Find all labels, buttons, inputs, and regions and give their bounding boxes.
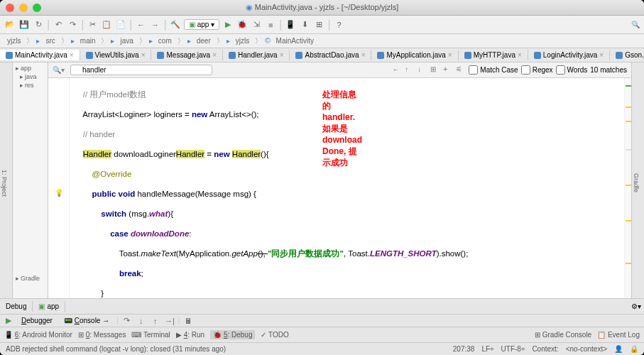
- next-match-icon[interactable]: ↑: [405, 65, 415, 75]
- structure-icon[interactable]: ⊞: [313, 19, 324, 31]
- tw-gradle-console[interactable]: ⊞ Gradle Console: [535, 331, 591, 339]
- breadcrumb-seg[interactable]: java: [117, 36, 136, 45]
- next-match-icon[interactable]: ↓: [417, 65, 427, 75]
- tab-abstractdao[interactable]: AbstractDao.java×: [290, 50, 371, 60]
- resume-icon[interactable]: ▶: [3, 315, 14, 327]
- project-node[interactable]: ▸ java: [14, 72, 46, 81]
- step-over-icon[interactable]: ↷: [121, 315, 133, 327]
- run-config-selector[interactable]: ▣app▾: [184, 19, 220, 30]
- match-count: 10 matches: [590, 66, 627, 74]
- inspection-icon[interactable]: 👤: [614, 345, 623, 353]
- project-node[interactable]: ▸ Gradle: [14, 274, 46, 283]
- words-checkbox[interactable]: Words: [556, 65, 588, 75]
- tab-myhttp[interactable]: MyHTTP.java×: [459, 50, 528, 60]
- stop-icon[interactable]: ■: [265, 19, 276, 31]
- minimize-button[interactable]: [19, 4, 28, 12]
- avd-icon[interactable]: 📱: [285, 19, 296, 31]
- help-icon[interactable]: ?: [334, 19, 345, 31]
- breadcrumb-seg[interactable]: deer: [194, 36, 214, 45]
- annotation: 的: [322, 101, 331, 111]
- tw-event-log[interactable]: 📋 Event Log: [597, 331, 640, 339]
- debug-icon[interactable]: 🐞: [236, 19, 248, 31]
- project-panel: ▸ app ▸ java ▸ res ▸ Gradle: [13, 62, 48, 298]
- tab-handler[interactable]: Handler.java×: [223, 50, 290, 60]
- gutter[interactable]: 💡: [48, 78, 70, 298]
- add-selection-icon[interactable]: +: [443, 65, 453, 75]
- match-case-checkbox[interactable]: Match Case: [469, 65, 518, 75]
- undo-icon[interactable]: ↶: [53, 19, 64, 31]
- annotation: 如果是: [322, 124, 348, 133]
- project-root[interactable]: ▸ app: [14, 64, 46, 72]
- close-button[interactable]: [6, 4, 14, 12]
- copy-icon[interactable]: 📋: [101, 19, 112, 31]
- tab-gson[interactable]: Gson.java×: [610, 50, 644, 60]
- maximize-button[interactable]: [33, 4, 41, 12]
- annotation: 处理信息: [322, 89, 356, 99]
- step-out-icon[interactable]: ↑: [150, 315, 161, 327]
- tab-mainactivity[interactable]: MainActivity.java×: [0, 50, 80, 60]
- save-icon[interactable]: 💾: [18, 19, 30, 31]
- code-area: 💡 // 用户model数组 ArrayList<Loginer> logine…: [48, 78, 631, 298]
- toolwindow-project[interactable]: 1: Project: [0, 167, 9, 200]
- back-icon[interactable]: ←: [135, 19, 146, 31]
- tab-loginactivity[interactable]: LoginActivity.java×: [528, 50, 610, 60]
- run-icon[interactable]: ▶: [222, 19, 234, 31]
- breadcrumb-bar: yjzls〉 ▸src〉 ▸main〉 ▸java〉 ▸com〉 ▸deer〉 …: [0, 34, 644, 48]
- breadcrumb-seg[interactable]: MainActivity: [273, 36, 317, 45]
- tw-debug[interactable]: 🐞 5: Debug: [210, 330, 255, 339]
- run-to-cursor-icon[interactable]: →|: [164, 315, 175, 327]
- tw-messages[interactable]: ⊞ 0: Messages: [78, 331, 126, 339]
- context-label: Context:: [532, 345, 558, 353]
- breadcrumb-seg[interactable]: main: [77, 36, 99, 45]
- forward-icon[interactable]: →: [149, 19, 160, 31]
- breadcrumb-seg[interactable]: yjzls: [233, 36, 252, 45]
- tw-terminal[interactable]: ⌨ Terminal: [131, 331, 170, 339]
- code-editor[interactable]: // 用户model数组 ArrayList<Loginer> loginers…: [70, 78, 624, 298]
- right-toolwindow-bar: Gradle Android Model: [631, 62, 644, 298]
- sdk-icon[interactable]: ⬇: [299, 19, 310, 31]
- project-node[interactable]: ▸ res: [14, 81, 46, 89]
- tw-run[interactable]: ▶ 4: Run: [176, 331, 204, 339]
- attach-icon[interactable]: ⇲: [251, 19, 262, 31]
- open-icon[interactable]: 📂: [4, 19, 16, 31]
- tw-todo[interactable]: ✓ TODO: [261, 331, 288, 339]
- debug-header: Debug ▣app ⚙▾: [0, 298, 644, 314]
- redo-icon[interactable]: ↷: [67, 19, 78, 31]
- debug-label: Debug: [0, 301, 33, 312]
- step-into-icon[interactable]: ↓: [136, 315, 147, 327]
- paste-icon[interactable]: 📄: [115, 19, 126, 31]
- file-encoding[interactable]: UTF-8÷: [501, 345, 525, 353]
- settings-icon[interactable]: ⚙▾: [628, 302, 644, 310]
- evaluate-icon[interactable]: 🖩: [182, 315, 194, 327]
- error-stripe[interactable]: [624, 78, 631, 298]
- intention-bulb-icon[interactable]: 💡: [55, 189, 63, 197]
- debug-session[interactable]: ▣app: [33, 301, 65, 312]
- console-tab[interactable]: 📟 Console →: [60, 316, 114, 325]
- line-separator[interactable]: LF÷: [481, 345, 493, 353]
- ide-window: ◉ MainActivity.java - yjzls - [~/Desktop…: [0, 0, 644, 355]
- context-value[interactable]: <no-context>: [566, 345, 607, 353]
- breadcrumb-seg[interactable]: yjzls: [4, 36, 23, 45]
- regex-checkbox[interactable]: Regex: [521, 65, 553, 75]
- tab-viewutils[interactable]: ViewUtils.java×: [80, 50, 152, 60]
- find-input[interactable]: [70, 65, 212, 75]
- tab-message[interactable]: Message.java×: [151, 50, 223, 60]
- breadcrumb-seg[interactable]: src: [43, 36, 58, 45]
- sync-icon[interactable]: ↻: [33, 19, 44, 31]
- build-icon[interactable]: 🔨: [170, 19, 181, 31]
- lock-icon[interactable]: 🔒: [630, 345, 638, 353]
- tw-android[interactable]: 📱 6: Android Monitor: [4, 331, 72, 339]
- cut-icon[interactable]: ✂: [87, 19, 98, 31]
- tab-myapplication[interactable]: MyApplication.java×: [371, 50, 458, 60]
- annotation: download: [322, 135, 362, 145]
- annotation: 示成功: [322, 158, 348, 168]
- cursor-position[interactable]: 207:38: [453, 345, 475, 353]
- debugger-tab[interactable]: DDebuggerebugger: [17, 316, 57, 325]
- breadcrumb-seg[interactable]: com: [155, 36, 175, 45]
- toolwindow-gradle[interactable]: Gradle: [632, 170, 640, 195]
- window-title: ◉ MainActivity.java - yjzls - [~/Desktop…: [246, 3, 399, 12]
- filter-icon[interactable]: ⚟: [456, 65, 466, 75]
- titlebar: ◉ MainActivity.java - yjzls - [~/Desktop…: [0, 0, 644, 16]
- select-all-icon[interactable]: ⊞: [430, 65, 440, 75]
- prev-match-icon[interactable]: ←: [392, 65, 402, 75]
